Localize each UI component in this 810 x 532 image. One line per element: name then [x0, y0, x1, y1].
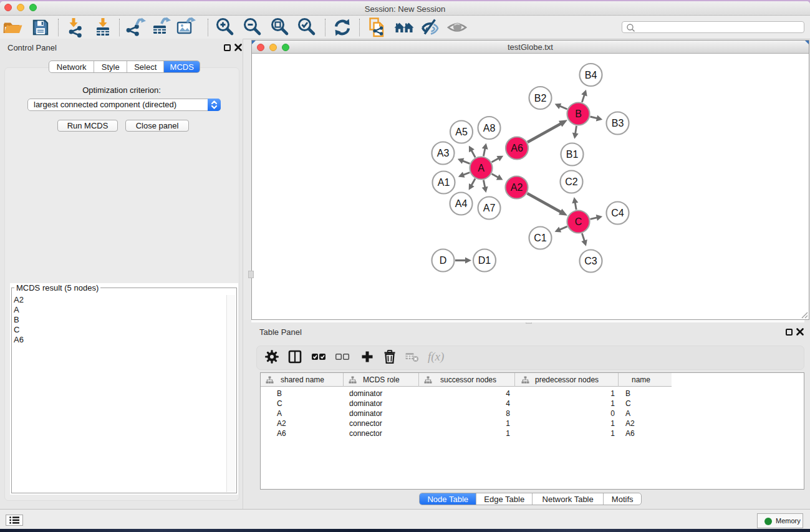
svg-text:A7: A7: [483, 203, 496, 213]
svg-text:C1: C1: [534, 233, 547, 243]
svg-text:B3: B3: [612, 118, 624, 128]
svg-text:B: B: [575, 109, 582, 119]
svg-text:A2: A2: [511, 182, 523, 193]
svg-text:C: C: [575, 216, 582, 227]
svg-text:A: A: [478, 163, 485, 173]
svg-text:C2: C2: [565, 177, 578, 187]
svg-text:C4: C4: [611, 208, 624, 218]
svg-text:B4: B4: [585, 70, 597, 80]
svg-text:A8: A8: [483, 123, 496, 133]
svg-text:B2: B2: [534, 93, 547, 104]
svg-text:D: D: [440, 255, 447, 266]
svg-text:A6: A6: [511, 143, 523, 153]
svg-text:A5: A5: [455, 127, 468, 137]
svg-text:C3: C3: [584, 256, 597, 266]
svg-text:D1: D1: [478, 255, 491, 266]
svg-text:A1: A1: [438, 177, 450, 188]
svg-text:A3: A3: [437, 148, 450, 158]
svg-text:B1: B1: [566, 149, 579, 160]
svg-text:A4: A4: [455, 198, 468, 209]
